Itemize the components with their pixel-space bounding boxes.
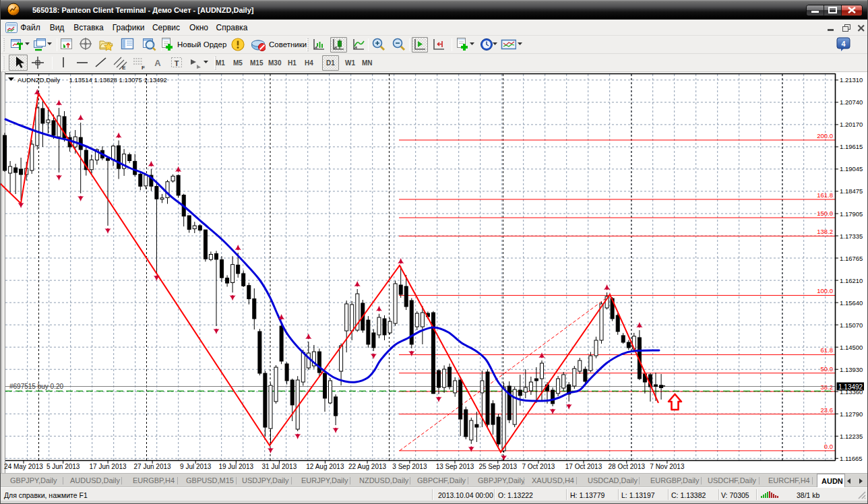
- svg-text:150.0: 150.0: [817, 210, 833, 217]
- svg-text:1.15640: 1.15640: [840, 299, 863, 307]
- svg-text:28 Oct 2013: 28 Oct 2013: [609, 463, 646, 470]
- svg-text:25 Sep 2013: 25 Sep 2013: [478, 463, 517, 470]
- svg-text:7 Oct 2013: 7 Oct 2013: [522, 463, 555, 470]
- svg-text:200.0: 200.0: [817, 132, 833, 139]
- svg-text:T: T: [175, 59, 179, 67]
- svg-text:19 Jul 2013: 19 Jul 2013: [218, 463, 253, 470]
- svg-text:#697515 buy 0.20: #697515 buy 0.20: [9, 383, 64, 390]
- svg-text:12 Aug 2013: 12 Aug 2013: [306, 463, 344, 470]
- svg-text:1.19615: 1.19615: [840, 143, 863, 150]
- svg-text:100.0: 100.0: [817, 287, 833, 294]
- svg-text:17 Oct 2013: 17 Oct 2013: [565, 463, 602, 470]
- svg-text:1.17905: 1.17905: [840, 210, 863, 218]
- svg-text:4: 4: [841, 40, 846, 48]
- svg-text:38.2: 38.2: [821, 383, 834, 391]
- svg-text:0.0: 0.0: [824, 443, 833, 450]
- svg-text:50.0: 50.0: [821, 365, 834, 373]
- svg-text:5 Jun 2013: 5 Jun 2013: [46, 463, 80, 470]
- svg-text:3 Sep 2013: 3 Sep 2013: [392, 463, 427, 470]
- svg-text:1.12235: 1.12235: [840, 433, 863, 440]
- svg-text:9 Jul 2013: 9 Jul 2013: [180, 463, 212, 470]
- svg-text:1.13492: 1.13492: [838, 383, 863, 391]
- svg-text:61.8: 61.8: [821, 346, 834, 354]
- svg-text:23.6: 23.6: [821, 406, 834, 414]
- svg-text:1.20740: 1.20740: [840, 98, 863, 106]
- svg-text:31 Jul 2013: 31 Jul 2013: [262, 463, 297, 470]
- svg-text:A: A: [154, 58, 161, 68]
- svg-text:1.16765: 1.16765: [840, 255, 863, 262]
- svg-text:1.21310: 1.21310: [840, 76, 863, 84]
- svg-text:1.14500: 1.14500: [840, 344, 863, 351]
- svg-text:27 Jun 2013: 27 Jun 2013: [134, 463, 171, 470]
- svg-text:1.18475: 1.18475: [840, 187, 863, 195]
- svg-text:1.17335: 1.17335: [840, 232, 863, 240]
- svg-text:1.13930: 1.13930: [840, 366, 863, 373]
- svg-text:E: E: [122, 65, 126, 71]
- svg-text:1.12790: 1.12790: [840, 410, 863, 418]
- svg-text:7 Nov 2013: 7 Nov 2013: [650, 463, 685, 470]
- svg-text:17 Jun 2013: 17 Jun 2013: [90, 463, 127, 470]
- svg-text:13 Sep 2013: 13 Sep 2013: [436, 463, 474, 470]
- svg-text:24 May 2013: 24 May 2013: [4, 463, 43, 470]
- svg-text:1.19045: 1.19045: [840, 165, 863, 172]
- svg-text:F: F: [142, 65, 145, 71]
- svg-text:1.15070: 1.15070: [840, 321, 863, 329]
- svg-text:AUDNZD,Daily 1.13514 1.138: AUDNZD,Daily 1.13514 1.13828 1.13075 1.1…: [18, 76, 167, 84]
- svg-text:138.2: 138.2: [817, 228, 833, 235]
- svg-text:1.20170: 1.20170: [840, 121, 863, 128]
- svg-text:161.8: 161.8: [817, 191, 833, 199]
- svg-text:22 Aug 2013: 22 Aug 2013: [348, 463, 387, 470]
- svg-text:1.11665: 1.11665: [840, 455, 863, 462]
- svg-text:1.16210: 1.16210: [840, 277, 863, 284]
